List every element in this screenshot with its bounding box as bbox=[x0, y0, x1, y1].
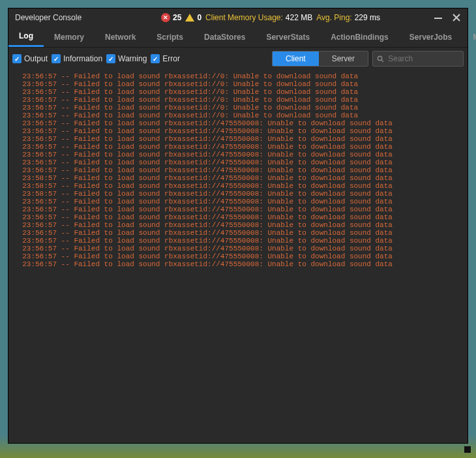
log-line: 23:56:57 -- Failed to load sound rbxasse… bbox=[14, 166, 462, 174]
log-line: 23:56:57 -- Failed to load sound rbxasse… bbox=[14, 88, 462, 96]
filter-error[interactable]: ✓ Error bbox=[151, 54, 180, 63]
tab-datastores[interactable]: DataStores bbox=[194, 27, 256, 47]
log-line: 23:56:57 -- Failed to load sound rbxasse… bbox=[14, 159, 462, 166]
filter-error-label: Error bbox=[162, 54, 180, 63]
log-line: 23:56:57 -- Failed to load sound rbxasse… bbox=[14, 127, 462, 135]
log-line: 23:56:57 -- Failed to load sound rbxasse… bbox=[14, 151, 462, 159]
log-line: 23:56:57 -- Failed to load sound rbxasse… bbox=[14, 96, 462, 104]
minimize-button[interactable] bbox=[431, 10, 445, 25]
log-line: 23:56:57 -- Failed to load sound rbxasse… bbox=[14, 229, 462, 237]
error-icon: ✕ bbox=[161, 13, 170, 22]
log-line: 23:56:57 -- Failed to load sound rbxasse… bbox=[14, 119, 462, 127]
filter-warning-label: Warning bbox=[118, 54, 147, 63]
minimize-icon bbox=[434, 13, 443, 22]
log-line: 23:56:57 -- Failed to load sound rbxasse… bbox=[14, 104, 462, 112]
svg-point-3 bbox=[378, 56, 381, 60]
titlebar: Developer Console ✕ 25 0 Client Memory U… bbox=[8, 8, 468, 27]
tab-scripts[interactable]: Scripts bbox=[146, 27, 194, 47]
ping-stat: Avg. Ping: 229 ms bbox=[316, 13, 380, 22]
close-button[interactable] bbox=[449, 10, 464, 25]
log-line: 23:56:57 -- Failed to load sound rbxasse… bbox=[14, 213, 462, 221]
log-line: 23:56:57 -- Failed to load sound rbxasse… bbox=[14, 260, 462, 268]
filter-output[interactable]: ✓ Output bbox=[12, 54, 48, 63]
log-line: 23:56:57 -- Failed to load sound rbxasse… bbox=[14, 206, 462, 213]
tab-serverjobs[interactable]: ServerJobs bbox=[399, 27, 462, 47]
mem-value: 422 MB bbox=[286, 13, 312, 22]
filter-information[interactable]: ✓ Information bbox=[52, 54, 102, 63]
mem-label: Client Memory Usage: bbox=[205, 13, 283, 22]
close-icon bbox=[452, 13, 461, 22]
filter-information-label: Information bbox=[63, 54, 102, 63]
tab-bar: LogMemoryNetworkScriptsDataStoresServerS… bbox=[8, 27, 468, 48]
filter-warning[interactable]: ✓ Warning bbox=[106, 54, 147, 63]
log-line: 23:58:57 -- Failed to load sound rbxasse… bbox=[14, 174, 462, 182]
checkbox-icon: ✓ bbox=[106, 54, 115, 63]
segment-server[interactable]: Server bbox=[319, 52, 368, 66]
log-line: 23:56:57 -- Failed to load sound rbxasse… bbox=[14, 72, 462, 80]
log-line: 23:58:57 -- Failed to load sound rbxasse… bbox=[14, 190, 462, 198]
filter-output-label: Output bbox=[24, 54, 48, 63]
tab-network[interactable]: Network bbox=[95, 27, 146, 47]
search-input[interactable] bbox=[388, 54, 459, 63]
mem-stat: Client Memory Usage: 422 MB bbox=[205, 13, 312, 22]
warning-count: 0 bbox=[197, 13, 201, 22]
log-line: 23:58:57 -- Failed to load sound rbxasse… bbox=[14, 182, 462, 190]
window-title: Developer Console bbox=[12, 13, 82, 22]
tab-microprofiler[interactable]: MicroProfiler bbox=[462, 27, 476, 47]
svg-rect-0 bbox=[434, 18, 442, 19]
search-icon bbox=[377, 55, 384, 63]
warning-icon bbox=[185, 14, 194, 22]
log-line: 23:56:57 -- Failed to load sound rbxasse… bbox=[14, 245, 462, 252]
log-line: 23:56:57 -- Failed to load sound rbxasse… bbox=[14, 221, 462, 229]
tab-serverstats[interactable]: ServerStats bbox=[256, 27, 320, 47]
resize-handle[interactable] bbox=[464, 446, 471, 453]
log-line: 23:56:57 -- Failed to load sound rbxasse… bbox=[14, 252, 462, 260]
log-line: 23:56:57 -- Failed to load sound rbxasse… bbox=[14, 80, 462, 88]
dev-console-window: Developer Console ✕ 25 0 Client Memory U… bbox=[8, 8, 468, 444]
ping-label: Avg. Ping: bbox=[316, 13, 351, 22]
log-output[interactable]: 23:56:57 -- Failed to load sound rbxasse… bbox=[8, 70, 468, 443]
ping-value: 229 ms bbox=[355, 13, 380, 22]
log-line: 23:56:57 -- Failed to load sound rbxasse… bbox=[14, 143, 462, 151]
checkbox-icon: ✓ bbox=[151, 54, 160, 63]
log-line: 23:56:57 -- Failed to load sound rbxasse… bbox=[14, 112, 462, 119]
log-line: 23:56:57 -- Failed to load sound rbxasse… bbox=[14, 135, 462, 143]
filter-bar: ✓ Output ✓ Information ✓ Warning ✓ Error… bbox=[8, 48, 468, 70]
warning-stat: 0 bbox=[185, 13, 201, 22]
svg-line-4 bbox=[381, 59, 383, 61]
checkbox-icon: ✓ bbox=[52, 54, 61, 63]
error-count: 25 bbox=[173, 13, 181, 22]
tab-memory[interactable]: Memory bbox=[44, 27, 95, 47]
log-line: 23:56:57 -- Failed to load sound rbxasse… bbox=[14, 237, 462, 245]
tab-log[interactable]: Log bbox=[8, 27, 44, 47]
segment-client[interactable]: Client bbox=[273, 52, 319, 66]
checkbox-icon: ✓ bbox=[12, 54, 22, 63]
error-stat: ✕ 25 bbox=[161, 13, 181, 22]
search-box[interactable] bbox=[372, 51, 464, 67]
tab-actionbindings[interactable]: ActionBindings bbox=[320, 27, 399, 47]
log-line: 23:56:57 -- Failed to load sound rbxasse… bbox=[14, 198, 462, 206]
context-segment: Client Server bbox=[272, 51, 368, 67]
